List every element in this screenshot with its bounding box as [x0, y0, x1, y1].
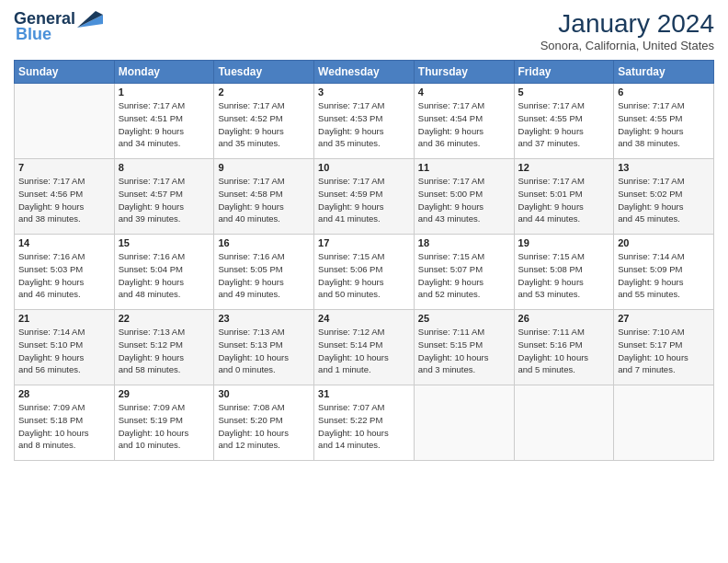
calendar-cell: 24Sunrise: 7:12 AM Sunset: 5:14 PM Dayli… [314, 310, 415, 385]
calendar-week-row: 1Sunrise: 7:17 AM Sunset: 4:51 PM Daylig… [15, 84, 714, 159]
day-number: 30 [218, 388, 310, 399]
calendar-cell: 5Sunrise: 7:17 AM Sunset: 4:55 PM Daylig… [514, 84, 614, 159]
calendar-cell: 23Sunrise: 7:13 AM Sunset: 5:13 PM Dayli… [214, 310, 314, 385]
day-info: Sunrise: 7:16 AM Sunset: 5:04 PM Dayligh… [119, 250, 210, 301]
day-info: Sunrise: 7:09 AM Sunset: 5:18 PM Dayligh… [18, 401, 110, 452]
day-number: 21 [18, 313, 110, 324]
day-number: 11 [418, 162, 510, 173]
day-info: Sunrise: 7:09 AM Sunset: 5:19 PM Dayligh… [119, 401, 210, 452]
day-info: Sunrise: 7:17 AM Sunset: 5:00 PM Dayligh… [418, 175, 510, 225]
day-number: 20 [618, 237, 710, 248]
location: Sonora, California, United States [540, 39, 714, 52]
day-info: Sunrise: 7:17 AM Sunset: 4:56 PM Dayligh… [18, 175, 110, 225]
day-info: Sunrise: 7:13 AM Sunset: 5:12 PM Dayligh… [119, 326, 210, 376]
day-info: Sunrise: 7:14 AM Sunset: 5:10 PM Dayligh… [18, 326, 110, 376]
calendar-cell: 25Sunrise: 7:11 AM Sunset: 5:15 PM Dayli… [414, 310, 514, 385]
day-number: 4 [418, 86, 510, 98]
logo-blue-text: Blue [14, 25, 51, 44]
day-number: 29 [119, 388, 210, 399]
day-info: Sunrise: 7:14 AM Sunset: 5:09 PM Dayligh… [618, 250, 710, 301]
day-info: Sunrise: 7:07 AM Sunset: 5:22 PM Dayligh… [318, 401, 410, 452]
day-number: 1 [119, 86, 210, 98]
calendar-cell: 16Sunrise: 7:16 AM Sunset: 5:05 PM Dayli… [214, 235, 314, 310]
day-number: 7 [18, 162, 110, 173]
day-info: Sunrise: 7:17 AM Sunset: 5:02 PM Dayligh… [618, 175, 710, 225]
day-number: 27 [618, 313, 710, 324]
calendar-column-header: Tuesday [214, 61, 314, 84]
logo-flag-icon [77, 11, 103, 28]
calendar-week-row: 21Sunrise: 7:14 AM Sunset: 5:10 PM Dayli… [15, 310, 714, 385]
day-number: 2 [218, 86, 310, 98]
logo: General Blue [14, 9, 103, 44]
calendar-cell: 29Sunrise: 7:09 AM Sunset: 5:19 PM Dayli… [114, 385, 214, 461]
calendar-cell: 26Sunrise: 7:11 AM Sunset: 5:16 PM Dayli… [514, 310, 614, 385]
day-info: Sunrise: 7:13 AM Sunset: 5:13 PM Dayligh… [218, 326, 310, 376]
day-number: 23 [218, 313, 310, 324]
calendar-cell: 3Sunrise: 7:17 AM Sunset: 4:53 PM Daylig… [314, 84, 415, 159]
calendar-cell: 18Sunrise: 7:15 AM Sunset: 5:07 PM Dayli… [414, 235, 514, 310]
day-number: 15 [119, 237, 210, 248]
day-number: 5 [518, 86, 610, 98]
day-number: 12 [518, 162, 610, 173]
calendar-cell [514, 385, 614, 461]
day-number: 31 [318, 388, 410, 399]
day-number: 25 [418, 313, 510, 324]
day-info: Sunrise: 7:11 AM Sunset: 5:16 PM Dayligh… [518, 326, 610, 376]
day-info: Sunrise: 7:12 AM Sunset: 5:14 PM Dayligh… [318, 326, 410, 376]
day-info: Sunrise: 7:17 AM Sunset: 4:53 PM Dayligh… [318, 99, 410, 150]
day-number: 18 [418, 237, 510, 248]
header: General Blue January 2024 Sonora, Califo… [14, 9, 714, 52]
calendar-column-header: Thursday [414, 61, 514, 84]
title-section: January 2024 Sonora, California, United … [540, 9, 714, 52]
calendar-cell: 21Sunrise: 7:14 AM Sunset: 5:10 PM Dayli… [15, 310, 115, 385]
month-title: January 2024 [540, 9, 714, 39]
calendar-table: SundayMondayTuesdayWednesdayThursdayFrid… [14, 60, 714, 461]
day-info: Sunrise: 7:10 AM Sunset: 5:17 PM Dayligh… [618, 326, 710, 376]
calendar-cell: 17Sunrise: 7:15 AM Sunset: 5:06 PM Dayli… [314, 235, 415, 310]
calendar-cell: 15Sunrise: 7:16 AM Sunset: 5:04 PM Dayli… [114, 235, 214, 310]
calendar-cell: 19Sunrise: 7:15 AM Sunset: 5:08 PM Dayli… [514, 235, 614, 310]
day-number: 16 [218, 237, 310, 248]
calendar-cell [15, 84, 115, 159]
calendar-cell [614, 385, 714, 461]
day-number: 6 [618, 86, 710, 98]
day-number: 13 [618, 162, 710, 173]
page: General Blue January 2024 Sonora, Califo… [0, 0, 728, 563]
calendar-cell: 14Sunrise: 7:16 AM Sunset: 5:03 PM Dayli… [15, 235, 115, 310]
day-info: Sunrise: 7:17 AM Sunset: 4:59 PM Dayligh… [318, 175, 410, 225]
day-info: Sunrise: 7:15 AM Sunset: 5:07 PM Dayligh… [418, 250, 510, 301]
calendar-cell: 10Sunrise: 7:17 AM Sunset: 4:59 PM Dayli… [314, 159, 415, 235]
day-info: Sunrise: 7:17 AM Sunset: 4:57 PM Dayligh… [119, 175, 210, 225]
calendar-header-row: SundayMondayTuesdayWednesdayThursdayFrid… [15, 61, 714, 84]
calendar-cell: 7Sunrise: 7:17 AM Sunset: 4:56 PM Daylig… [15, 159, 115, 235]
calendar-week-row: 7Sunrise: 7:17 AM Sunset: 4:56 PM Daylig… [15, 159, 714, 235]
calendar-cell: 30Sunrise: 7:08 AM Sunset: 5:20 PM Dayli… [214, 385, 314, 461]
day-info: Sunrise: 7:16 AM Sunset: 5:05 PM Dayligh… [218, 250, 310, 301]
calendar-cell: 22Sunrise: 7:13 AM Sunset: 5:12 PM Dayli… [114, 310, 214, 385]
day-info: Sunrise: 7:15 AM Sunset: 5:06 PM Dayligh… [318, 250, 410, 301]
day-number: 17 [318, 237, 410, 248]
calendar-cell: 2Sunrise: 7:17 AM Sunset: 4:52 PM Daylig… [214, 84, 314, 159]
day-info: Sunrise: 7:16 AM Sunset: 5:03 PM Dayligh… [18, 250, 110, 301]
calendar-cell: 12Sunrise: 7:17 AM Sunset: 5:01 PM Dayli… [514, 159, 614, 235]
calendar-cell: 11Sunrise: 7:17 AM Sunset: 5:00 PM Dayli… [414, 159, 514, 235]
day-info: Sunrise: 7:17 AM Sunset: 4:55 PM Dayligh… [618, 99, 710, 150]
calendar-column-header: Sunday [15, 61, 115, 84]
calendar-cell [414, 385, 514, 461]
day-number: 28 [18, 388, 110, 399]
calendar-week-row: 14Sunrise: 7:16 AM Sunset: 5:03 PM Dayli… [15, 235, 714, 310]
calendar-cell: 9Sunrise: 7:17 AM Sunset: 4:58 PM Daylig… [214, 159, 314, 235]
day-info: Sunrise: 7:17 AM Sunset: 4:58 PM Dayligh… [218, 175, 310, 225]
calendar-column-header: Friday [514, 61, 614, 84]
day-number: 26 [518, 313, 610, 324]
day-info: Sunrise: 7:17 AM Sunset: 4:55 PM Dayligh… [518, 99, 610, 150]
calendar-cell: 27Sunrise: 7:10 AM Sunset: 5:17 PM Dayli… [614, 310, 714, 385]
calendar-week-row: 28Sunrise: 7:09 AM Sunset: 5:18 PM Dayli… [15, 385, 714, 461]
day-info: Sunrise: 7:17 AM Sunset: 4:54 PM Dayligh… [418, 99, 510, 150]
calendar-cell: 20Sunrise: 7:14 AM Sunset: 5:09 PM Dayli… [614, 235, 714, 310]
calendar-column-header: Wednesday [314, 61, 415, 84]
day-info: Sunrise: 7:11 AM Sunset: 5:15 PM Dayligh… [418, 326, 510, 376]
day-info: Sunrise: 7:17 AM Sunset: 4:52 PM Dayligh… [218, 99, 310, 150]
calendar-column-header: Saturday [614, 61, 714, 84]
day-number: 9 [218, 162, 310, 173]
